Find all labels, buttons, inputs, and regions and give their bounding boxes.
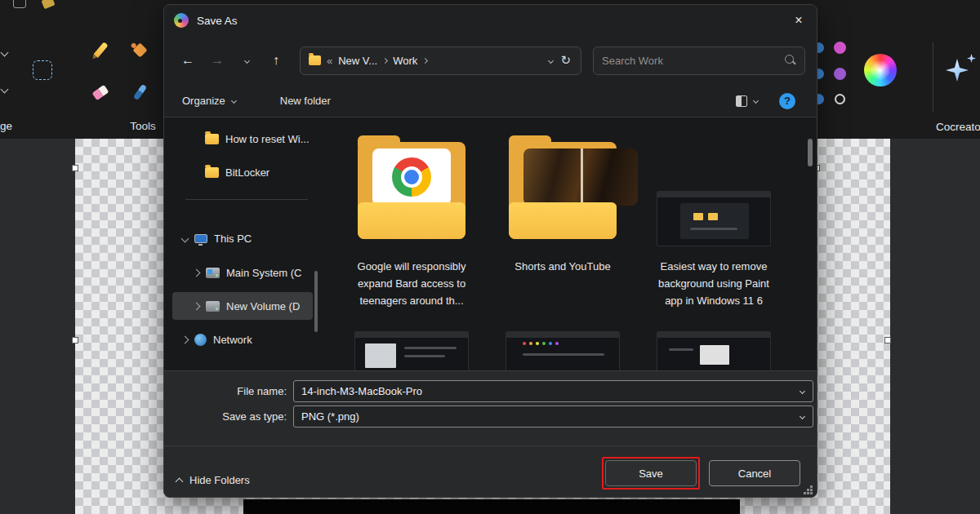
color-dot — [529, 342, 532, 345]
thumbnail-line — [690, 228, 737, 230]
edit-colors-wheel[interactable] — [864, 54, 897, 86]
file-item-label[interactable]: Shorts and YouTube — [501, 258, 624, 275]
eraser-tool-button[interactable] — [88, 80, 113, 104]
dialog-titlebar: Save As × — [164, 5, 817, 36]
color-dot — [549, 342, 552, 345]
search-icon — [785, 55, 796, 66]
sidebar-scrollbar[interactable] — [314, 271, 318, 332]
organize-menu[interactable]: Organize — [182, 95, 236, 107]
chevron-right-icon — [422, 57, 428, 63]
chevron-down-icon[interactable] — [800, 388, 805, 394]
view-icon — [736, 95, 747, 107]
selection-handle[interactable] — [72, 337, 78, 343]
chevron-down-icon — [231, 98, 237, 104]
save-as-dialog: Save As × ← → ↑ « New V... Work ↻ — [163, 4, 817, 498]
cancel-button[interactable]: Cancel — [709, 460, 800, 486]
color-dot — [536, 342, 539, 345]
thumbnail-titlebar — [657, 192, 770, 197]
back-button[interactable]: ← — [176, 48, 200, 73]
pencil-icon — [93, 42, 108, 58]
thumbnail-window — [680, 203, 749, 239]
chevron-down-icon[interactable] — [2, 81, 7, 95]
clipboard-icon[interactable] — [13, 0, 26, 8]
sidebar-item-label: Network — [213, 334, 252, 346]
folder-icon — [693, 213, 703, 220]
rectangle-select-icon — [33, 60, 52, 80]
color-dot — [523, 342, 526, 345]
file-item-easiest-way-image[interactable] — [657, 191, 771, 246]
file-item-label[interactable]: Google will responsibly expand Bard acce… — [350, 258, 473, 309]
color-swatch-empty[interactable] — [835, 94, 845, 104]
view-selector[interactable] — [736, 95, 758, 107]
color-dot — [555, 342, 559, 345]
new-folder-button[interactable]: New folder — [280, 95, 331, 107]
selection-tool-button[interactable] — [29, 57, 56, 83]
chevron-down-icon[interactable] — [2, 44, 7, 59]
color-swatch-magenta[interactable] — [834, 42, 846, 54]
file-item-thumbnail[interactable] — [354, 331, 469, 370]
close-button[interactable]: × — [781, 5, 817, 36]
file-name-input[interactable] — [294, 385, 800, 397]
chevron-right-icon[interactable] — [181, 335, 189, 343]
refresh-button[interactable]: ↻ — [559, 53, 572, 68]
file-list-scrollbar[interactable] — [808, 139, 813, 166]
pencil-icon-small[interactable] — [41, 0, 55, 9]
brush-tool-button[interactable] — [127, 80, 152, 104]
breadcrumb-overflow-button[interactable]: « — [327, 55, 332, 67]
sidebar-item-this-pc[interactable]: This PC — [172, 224, 313, 252]
color-swatch-purple[interactable] — [834, 68, 846, 80]
pencil-tool-button[interactable] — [88, 38, 113, 62]
sidebar-item-label: Main System (C — [226, 267, 301, 279]
breadcrumb-new-volume[interactable]: New V... — [338, 55, 377, 67]
folder-icon — [205, 167, 219, 178]
fill-tool-button[interactable] — [127, 38, 152, 62]
up-button[interactable]: ↑ — [264, 48, 288, 73]
breadcrumb-work[interactable]: Work — [393, 55, 417, 67]
file-item-google-folder[interactable] — [354, 134, 469, 242]
file-item-thumbnail[interactable] — [506, 331, 620, 370]
chevron-right-icon[interactable] — [193, 302, 201, 310]
selection-handle[interactable] — [72, 165, 78, 171]
address-dropdown-chevron[interactable] — [548, 57, 554, 63]
chevron-down-icon[interactable] — [181, 234, 189, 242]
address-bar[interactable]: « New V... Work ↻ — [300, 47, 581, 75]
folder-icon — [708, 213, 718, 220]
save-type-value: PNG (*.png) — [294, 410, 800, 423]
file-item-label[interactable]: Easiest way to remove background using P… — [653, 258, 775, 309]
sidebar-divider — [185, 199, 308, 200]
dialog-footer: Hide Folders Save Cancel — [164, 445, 817, 498]
sidebar-item-main-system[interactable]: Main System (C — [172, 259, 313, 286]
toolbar-right-group: ? — [736, 93, 799, 109]
file-item-thumbnail[interactable] — [657, 331, 771, 370]
selection-handle[interactable] — [884, 337, 891, 343]
organize-label: Organize — [182, 95, 225, 107]
search-input[interactable] — [594, 55, 785, 67]
sidebar-item-new-volume[interactable]: New Volume (D — [172, 292, 313, 320]
chevron-down-icon — [753, 98, 759, 104]
fill-bucket-icon — [132, 42, 147, 57]
chevron-right-icon[interactable] — [193, 268, 201, 277]
forward-button[interactable]: → — [205, 48, 229, 73]
thumbnail-line — [669, 348, 693, 351]
sidebar-item-label: This PC — [214, 233, 252, 245]
folder-preview — [372, 148, 451, 206]
recent-locations-chevron[interactable] — [234, 48, 259, 73]
help-button[interactable]: ? — [779, 93, 795, 109]
sidebar-item-how-to-reset[interactable]: How to reset Wi... — [172, 125, 313, 153]
toolbar-divider — [933, 42, 933, 113]
save-type-select[interactable]: PNG (*.png) — [293, 405, 813, 428]
save-form: File name: Save as type: PNG (*.png) — [164, 370, 817, 445]
sidebar-item-bitlocker[interactable]: BitLocker — [172, 158, 313, 186]
chevron-up-icon — [176, 477, 184, 485]
save-type-label: Save as type: — [164, 410, 287, 423]
sidebar-item-network[interactable]: Network — [172, 326, 313, 353]
resize-grip[interactable] — [810, 492, 813, 494]
eraser-icon — [91, 84, 109, 100]
thumbnail-titlebar — [506, 332, 619, 338]
hide-folders-button[interactable]: Hide Folders — [176, 474, 250, 486]
paint-logo-icon — [174, 13, 189, 28]
save-button[interactable]: Save — [605, 460, 697, 486]
cocreator-sparkle-icon[interactable] — [946, 59, 969, 82]
file-item-shorts-folder[interactable] — [506, 134, 620, 242]
tools-group-label: Tools — [122, 120, 163, 132]
